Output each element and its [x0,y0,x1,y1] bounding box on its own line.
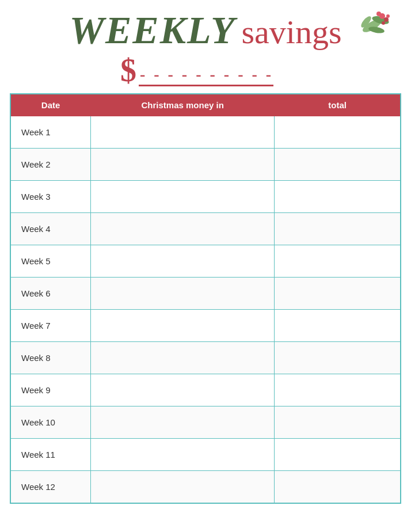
cell-money-in [91,310,275,342]
table-row: Week 12 [10,471,401,503]
cell-total [275,310,401,342]
cell-money-in [91,342,275,374]
cell-total [275,278,401,310]
cell-date: Week 4 [10,213,91,245]
table-row: Week 9 [10,374,401,406]
table-row: Week 3 [10,181,401,213]
table-row: Week 5 [10,245,401,278]
table-row: Week 1 [10,116,401,149]
cell-money-in [91,149,275,181]
cell-money-in [91,181,275,213]
cell-money-in [91,245,275,278]
cell-total [275,213,401,245]
dollar-sign: $ [120,54,136,86]
column-header-date: Date [10,94,91,116]
cell-date: Week 12 [10,471,91,503]
cell-total [275,149,401,181]
title-weekly: WEEKLY [69,10,235,50]
cell-total [275,471,401,503]
cell-total [275,374,401,406]
cell-date: Week 3 [10,181,91,213]
cell-total [275,406,401,439]
cell-total [275,245,401,278]
svg-point-8 [386,14,390,18]
svg-point-7 [382,21,385,25]
svg-point-6 [376,12,381,16]
cell-date: Week 7 [10,310,91,342]
dollar-line: $ - - - - - - - - - - [120,54,273,86]
cell-total [275,342,401,374]
table-row: Week 4 [10,213,401,245]
column-header-total: total [275,94,401,116]
table-row: Week 8 [10,342,401,374]
cell-date: Week 11 [10,439,91,471]
table-row: Week 6 [10,278,401,310]
table-row: Week 2 [10,149,401,181]
cell-date: Week 6 [10,278,91,310]
cell-date: Week 10 [10,406,91,439]
cell-date: Week 2 [10,149,91,181]
cell-date: Week 1 [10,116,91,149]
cell-date: Week 8 [10,342,91,374]
table-row: Week 10 [10,406,401,439]
column-header-money-in: Christmas money in [91,94,275,116]
title-row: WEEKLY savings [12,10,399,50]
cell-total [275,116,401,149]
floral-decoration-icon [349,6,395,40]
dashes-underline: - - - - - - - - - - [139,66,273,86]
title-savings: savings [242,16,342,49]
cell-money-in [91,374,275,406]
cell-date: Week 9 [10,374,91,406]
cell-date: Week 5 [10,245,91,278]
cell-money-in [91,439,275,471]
cell-money-in [91,406,275,439]
table-row: Week 7 [10,310,401,342]
table-header-row: Date Christmas money in total [10,94,401,116]
cell-money-in [91,278,275,310]
cell-total [275,181,401,213]
header-area: WEEKLY savings $ - - - - - - - - - - [12,10,399,86]
svg-point-5 [384,17,389,22]
cell-total [275,439,401,471]
table-row: Week 11 [10,439,401,471]
savings-table: Date Christmas money in total Week 1Week… [10,93,401,504]
cell-money-in [91,471,275,503]
cell-money-in [91,213,275,245]
cell-money-in [91,116,275,149]
